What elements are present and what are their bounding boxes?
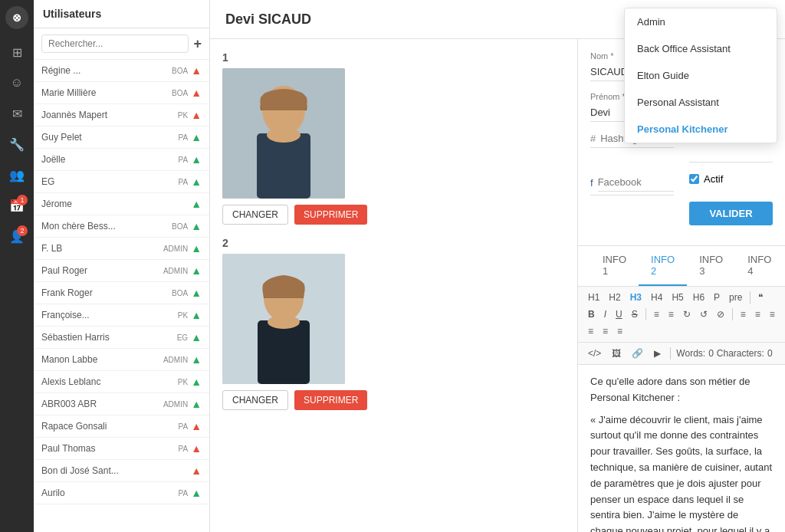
toolbar-h4[interactable]: H4	[647, 290, 666, 305]
toolbar-link[interactable]: 🔗	[628, 346, 647, 361]
list-item[interactable]: Paul ThomasPA▲	[34, 438, 209, 460]
panel-title: Utilisateurs	[43, 8, 200, 20]
photo-number-1: 1	[222, 51, 565, 64]
toolbar-sep-3	[732, 308, 733, 320]
toolbar-undo[interactable]: ↺	[696, 307, 711, 322]
list-item[interactable]: Paul RogerADMIN▲	[34, 260, 209, 282]
list-item[interactable]: EGPA▲	[34, 171, 209, 193]
toolbar-redo[interactable]: ↻	[679, 307, 695, 322]
search-input[interactable]	[41, 34, 189, 53]
sidebar-icon-wrench[interactable]: 🔧	[3, 130, 31, 158]
add-user-button[interactable]: +	[193, 36, 202, 52]
dropdown-item-elton[interactable]: Elton Guide	[625, 62, 777, 89]
list-item[interactable]: Rapace GonsaliPA▲	[34, 415, 209, 438]
toolbar-h1[interactable]: H1	[584, 290, 603, 305]
list-item[interactable]: Bon di José Sant...▲	[34, 460, 209, 482]
toolbar-ul[interactable]: ≡	[650, 307, 663, 322]
toolbar-pre[interactable]: pre	[725, 290, 746, 305]
toolbar-h5[interactable]: H5	[668, 290, 687, 305]
list-item[interactable]: AuriloPA▲	[34, 482, 209, 504]
toolbar-align-justify[interactable]: ≡	[584, 323, 597, 339]
app-logo[interactable]: ⊗	[5, 6, 28, 29]
changer-button-1[interactable]: CHANGER	[222, 205, 288, 225]
list-item[interactable]: Marie MillièreBOA▲	[34, 82, 209, 104]
toolbar-align-right[interactable]: ≡	[766, 307, 779, 322]
sidebar-icon-chat[interactable]: ✉	[3, 100, 31, 127]
toolbar-indent[interactable]: ≡	[599, 323, 612, 339]
sidebar-icon-users[interactable]: 👥	[3, 161, 31, 189]
list-item[interactable]: Manon LabbeADMIN▲	[34, 349, 209, 371]
photo-image-2	[222, 254, 345, 384]
avatar-icon: ▲	[191, 287, 202, 299]
dropdown-item-pa[interactable]: Personal Assistant	[625, 89, 777, 116]
sidebar-icon-calendar[interactable]: 📅1	[3, 192, 31, 219]
list-item[interactable]: Frank RogerBOA▲	[34, 282, 209, 304]
actif-checkbox[interactable]	[689, 174, 699, 184]
toolbar-quote[interactable]: ❝	[754, 290, 767, 305]
avatar-icon: ▲	[191, 198, 202, 210]
toolbar-h6[interactable]: H6	[689, 290, 708, 305]
list-item[interactable]: Françoise...PK▲	[34, 304, 209, 327]
toolbar-align-left[interactable]: ≡	[737, 307, 750, 322]
list-item[interactable]: Alexis LeblancPK▲	[34, 371, 209, 393]
list-item[interactable]: JoëllePA▲	[34, 149, 209, 171]
toolbar-outdent[interactable]: ≡	[613, 323, 626, 339]
list-item[interactable]: Jérome▲	[34, 193, 209, 215]
supprimer-button-2[interactable]: SUPPRIMER	[294, 390, 367, 410]
search-bar: +	[34, 28, 209, 60]
list-item[interactable]: ABR003 ABRADMIN▲	[34, 393, 209, 415]
avatar-icon: ▲	[191, 353, 202, 366]
list-item[interactable]: Joannès MapertPK▲	[34, 104, 209, 126]
list-item[interactable]: Régine ...BOA▲	[34, 60, 209, 82]
toolbar-h2[interactable]: H2	[605, 290, 624, 305]
tab-info4[interactable]: INFO 4	[735, 246, 783, 286]
toolbar-image[interactable]: 🖼	[608, 346, 625, 361]
sidebar-icon-group[interactable]: 👤2	[3, 222, 31, 250]
supprimer-button-1[interactable]: SUPPRIMER	[294, 205, 367, 225]
form-row-4: f Actif VALIDER	[590, 173, 773, 225]
toolbar-row2: </> 🖼 🔗 ▶ Words: 0 Characters: 0	[578, 343, 785, 365]
toolbar-ol[interactable]: ≡	[665, 307, 678, 322]
dropdown-item-pk[interactable]: Personal Kitchener	[625, 116, 777, 143]
avatar-icon: ▲	[191, 64, 202, 77]
toolbar-video[interactable]: ▶	[650, 346, 665, 361]
sidebar-icon-grid[interactable]: ⊞	[3, 38, 31, 66]
list-item[interactable]: Sébastien HarrisEG▲	[34, 327, 209, 349]
list-item[interactable]: Guy PeletPA▲	[34, 126, 209, 149]
avatar-icon: ▲	[191, 487, 202, 499]
editor-content[interactable]: Ce qu'elle adore dans son métier de Pers…	[578, 365, 785, 532]
editor-toolbar: H1 H2 H3 H4 H5 H6 P pre ❝ B I U S ≡ ≡	[578, 287, 785, 343]
changer-button-2[interactable]: CHANGER	[222, 390, 288, 410]
avatar-icon: ▲	[191, 153, 202, 166]
valider-button[interactable]: VALIDER	[689, 202, 773, 225]
tab-info3[interactable]: INFO 3	[687, 246, 735, 286]
actif-row: Actif	[689, 173, 773, 185]
sidebar: ⊗ ⊞ ☺ ✉ 🔧 👥 📅1 👤2	[0, 0, 34, 532]
sidebar-icon-face[interactable]: ☺	[3, 69, 31, 97]
words-count: 0	[708, 348, 714, 359]
toolbar-underline[interactable]: U	[612, 307, 626, 322]
chars-label: Characters:	[717, 348, 764, 359]
list-item[interactable]: F. LBADMIN▲	[34, 238, 209, 260]
avatar-icon: ▲	[191, 176, 202, 188]
dropdown-item-boa[interactable]: Back Office Assistant	[625, 35, 777, 62]
toolbar-clear[interactable]: ⊘	[713, 307, 728, 322]
toolbar-italic[interactable]: I	[600, 307, 610, 322]
toolbar-strikethrough[interactable]: S	[628, 307, 642, 322]
facebook-input[interactable]	[598, 173, 674, 192]
confirmation-input[interactable]	[689, 144, 773, 163]
avatar-icon: ▲	[191, 331, 202, 343]
dropdown-item-admin[interactable]: Admin	[625, 8, 777, 35]
tab-info2[interactable]: INFO 2	[639, 246, 687, 286]
tab-info1[interactable]: INFO 1	[590, 246, 639, 286]
list-item[interactable]: Mon chère Bess...BOA▲	[34, 215, 209, 238]
toolbar-code[interactable]: </>	[584, 346, 605, 361]
svg-rect-2	[257, 133, 310, 199]
toolbar-align-center[interactable]: ≡	[751, 307, 764, 322]
toolbar-h3[interactable]: H3	[626, 290, 645, 305]
toolbar-bold[interactable]: B	[584, 307, 599, 322]
avatar-icon: ▲	[191, 220, 202, 232]
toolbar-p[interactable]: P	[710, 290, 724, 305]
svg-rect-6	[258, 320, 310, 384]
avatar-icon: ▲	[191, 242, 202, 255]
